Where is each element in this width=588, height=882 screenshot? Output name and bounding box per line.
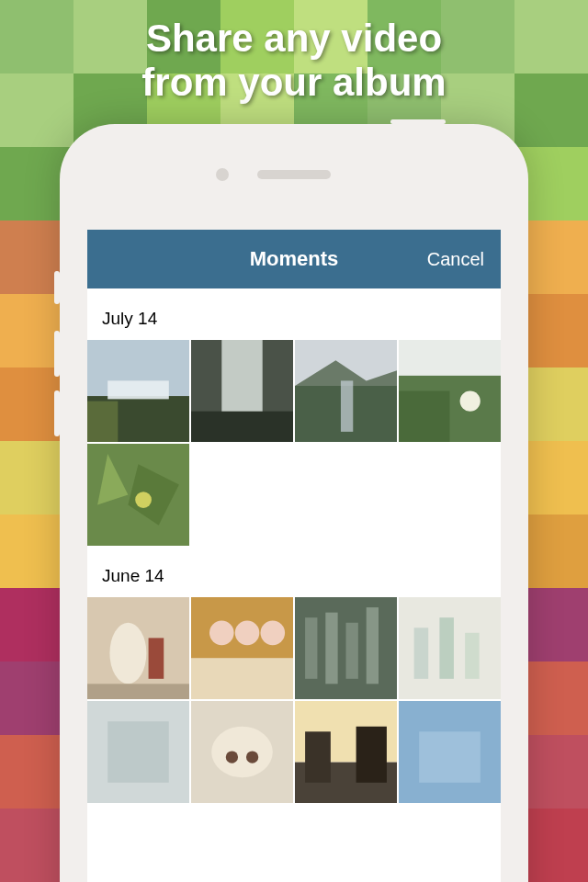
navbar-title: Moments [250,247,339,271]
thumbnail[interactable] [399,340,501,442]
thumbnail-empty [295,444,397,546]
svg-point-24 [260,621,285,646]
thumbnail-empty [191,444,293,546]
svg-rect-3 [87,401,118,442]
thumbnail-empty [399,444,501,546]
svg-point-37 [211,727,273,778]
thumbnail[interactable] [295,701,397,803]
mute-switch [54,271,60,304]
phone-frame: Moments Cancel July 14 [60,124,528,882]
svg-rect-9 [341,380,353,432]
svg-point-17 [109,623,146,684]
power-button [390,119,446,124]
svg-rect-2 [107,380,169,399]
thumbnail[interactable] [399,597,501,699]
cancel-button[interactable]: Cancel [427,249,484,270]
thumbnail[interactable] [87,597,189,699]
svg-point-12 [460,391,481,412]
thumbnail-grid-june [87,597,501,803]
phone-screen: Moments Cancel July 14 [87,230,501,882]
volume-up-button [54,331,60,377]
svg-rect-13 [399,391,450,443]
svg-rect-27 [325,613,337,684]
promo-headline: Share any video from your album [0,17,588,106]
thumbnail[interactable] [191,597,293,699]
svg-rect-31 [414,628,429,679]
thumbnail[interactable] [87,701,189,803]
thumbnail-grid-july [87,340,501,546]
thumbnail[interactable] [87,340,189,442]
svg-point-22 [209,621,234,646]
svg-rect-18 [149,638,164,678]
svg-point-38 [226,751,238,763]
svg-rect-45 [419,731,481,783]
section-header-july: July 14 [87,288,501,340]
navbar: Moments Cancel [87,230,501,288]
svg-rect-43 [356,727,387,783]
svg-point-23 [235,621,260,646]
album-content: July 14 [87,288,501,803]
thumbnail[interactable] [399,701,501,803]
section-header-june: June 14 [87,546,501,597]
svg-point-15 [135,492,152,508]
thumbnail[interactable] [295,597,397,699]
thumbnail[interactable] [191,340,293,442]
svg-point-39 [246,751,258,763]
svg-rect-35 [107,721,169,783]
thumbnail[interactable] [295,340,397,442]
svg-rect-32 [439,617,454,679]
svg-rect-10 [399,340,501,376]
thumbnail[interactable] [191,701,293,803]
svg-rect-29 [367,607,379,684]
svg-rect-26 [305,617,317,679]
promo-line-1: Share any video [0,17,588,61]
svg-rect-33 [465,633,480,679]
svg-rect-42 [305,731,331,783]
svg-rect-6 [191,412,293,442]
promo-line-2: from your album [0,61,588,105]
svg-rect-19 [87,684,189,699]
svg-rect-28 [346,623,358,679]
svg-rect-21 [191,659,293,699]
thumbnail[interactable] [87,444,189,546]
volume-down-button [54,390,60,436]
